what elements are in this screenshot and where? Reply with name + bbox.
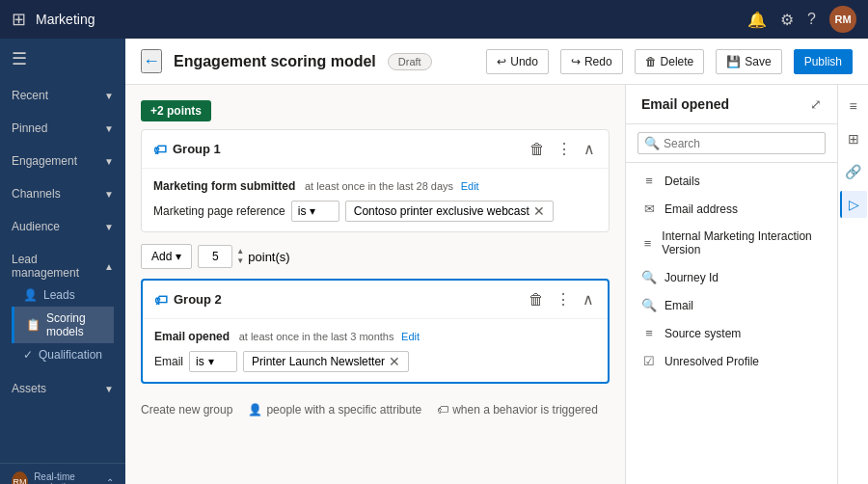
leads-label: Leads bbox=[43, 288, 75, 302]
sidebar-header-recent[interactable]: Recent ▼ bbox=[12, 85, 114, 106]
gear-icon[interactable]: ⚙ bbox=[780, 11, 794, 29]
group1-actions: 🗑 ⋮ ∧ bbox=[528, 138, 597, 160]
attribute-icon: 👤 bbox=[248, 403, 262, 417]
group2-more-btn[interactable]: ⋮ bbox=[554, 288, 573, 310]
delete-button[interactable]: 🗑 Delete bbox=[635, 49, 705, 74]
sidebar-item-leads[interactable]: 👤 Leads bbox=[12, 283, 114, 307]
points-stepper: ▲ ▼ bbox=[236, 247, 244, 265]
group2-condition-edit[interactable]: Edit bbox=[401, 331, 420, 342]
sidebar-assets-label: Assets bbox=[12, 382, 46, 395]
sidebar-header-pinned[interactable]: Pinned ▼ bbox=[12, 118, 114, 139]
create-option-attribute[interactable]: 👤 people with a specific attribute bbox=[248, 403, 421, 417]
chevron-pinned: ▼ bbox=[104, 123, 114, 134]
redo-icon: ↪ bbox=[571, 55, 581, 68]
panel-item-journey[interactable]: 🔍 Journey Id bbox=[626, 263, 837, 291]
group1-tag: Contoso printer exclusive webcast ✕ bbox=[345, 201, 554, 222]
points-down[interactable]: ▼ bbox=[236, 256, 244, 266]
back-button[interactable]: ← bbox=[141, 49, 162, 73]
group1-operator[interactable]: is ▾ bbox=[291, 201, 339, 222]
grid-icon[interactable]: ⊞ bbox=[12, 9, 26, 30]
panel-item-email[interactable]: 🔍 Email bbox=[626, 291, 837, 319]
group2-condition-meta: at least once in the last 3 months bbox=[239, 331, 394, 342]
sidebar-item-scoring[interactable]: 📋 Scoring models bbox=[12, 307, 114, 343]
chevron-recent: ▼ bbox=[104, 91, 114, 101]
icon-strip: ≡ ⊞ 🔗 ▷ bbox=[837, 85, 868, 484]
group2-operator[interactable]: is ▾ bbox=[189, 351, 237, 372]
group2-delete-btn[interactable]: 🗑 bbox=[527, 289, 546, 310]
help-icon[interactable]: ? bbox=[807, 11, 816, 28]
group2-collapse-btn[interactable]: ∧ bbox=[581, 288, 596, 310]
scoring-icon: 📋 bbox=[26, 318, 41, 332]
search-box: 🔍 bbox=[626, 124, 837, 163]
expand-icon[interactable]: ⤢ bbox=[810, 96, 822, 112]
panel-item-internal[interactable]: ≡ Internal Marketing Interaction Version bbox=[626, 223, 837, 263]
main-layout: ☰ Recent ▼ Pinned ▼ Engagement ▼ Channel… bbox=[0, 39, 868, 484]
sidebar-header-engagement[interactable]: Engagement ▼ bbox=[12, 150, 114, 172]
sidebar-section-audience: Audience ▼ bbox=[0, 210, 125, 243]
email-address-icon: ✉ bbox=[641, 202, 657, 216]
strip-list-btn[interactable]: ≡ bbox=[840, 93, 867, 120]
add-group-row: Add ▾ ▲ ▼ point(s) bbox=[141, 244, 610, 269]
group1-condition-edit[interactable]: Edit bbox=[461, 180, 479, 192]
group1-condition-meta: at least once in the last 28 days bbox=[305, 180, 453, 192]
search-icon: 🔍 bbox=[644, 136, 660, 150]
strip-panel-btn[interactable]: ▷ bbox=[840, 191, 867, 218]
strip-grid-btn[interactable]: ⊞ bbox=[840, 125, 867, 152]
panel-item-email-address[interactable]: ✉ Email address bbox=[626, 195, 837, 223]
content-area: ← Engagement scoring model Draft ↩ Undo … bbox=[125, 39, 868, 484]
chevron-assets: ▼ bbox=[104, 384, 114, 394]
panel-item-details[interactable]: ≡ Details bbox=[626, 167, 837, 195]
top-nav-icons: 🔔 ⚙ ? RM bbox=[747, 6, 856, 33]
add-button[interactable]: Add ▾ bbox=[141, 244, 192, 269]
strip-link-btn[interactable]: 🔗 bbox=[840, 158, 867, 185]
avatar[interactable]: RM bbox=[829, 6, 856, 33]
scoring-label: Scoring models bbox=[46, 311, 102, 338]
sidebar-section-engagement: Engagement ▼ bbox=[0, 145, 125, 177]
sidebar-item-qualification[interactable]: ✓ Qualification bbox=[12, 343, 114, 366]
add-chevron: ▾ bbox=[176, 250, 181, 263]
status-badge: Draft bbox=[388, 53, 432, 70]
sidebar-lead-label: Lead management bbox=[12, 253, 104, 280]
org-chevron: ⌃ bbox=[106, 477, 114, 485]
group2-tag-close[interactable]: ✕ bbox=[389, 355, 400, 368]
search-input[interactable] bbox=[664, 137, 819, 150]
group1-body: Marketing form submitted at least once i… bbox=[142, 169, 609, 231]
sidebar-section-recent: Recent ▼ bbox=[0, 79, 125, 112]
panel-item-unresolved[interactable]: ☑ Unresolved Profile bbox=[626, 347, 837, 375]
internal-icon: ≡ bbox=[641, 236, 654, 251]
group1-condition: Marketing form submitted at least once i… bbox=[153, 178, 597, 193]
right-panel-list: ≡ Details ✉ Email address ≡ Internal Mar… bbox=[626, 163, 837, 484]
group1-collapse-btn[interactable]: ∧ bbox=[582, 138, 597, 160]
sidebar-hamburger[interactable]: ☰ bbox=[0, 39, 125, 79]
right-panel-title: Email opened bbox=[641, 96, 729, 112]
group2-icon: 🏷 bbox=[154, 292, 168, 308]
sidebar-pinned-label: Pinned bbox=[12, 121, 47, 135]
sidebar-section-channels: Channels ▼ bbox=[0, 177, 125, 210]
group1-condition-row: Marketing page reference is ▾ Contoso pr… bbox=[153, 201, 597, 222]
group2-body: Email opened at least once in the last 3… bbox=[143, 319, 608, 382]
sidebar-header-channels[interactable]: Channels ▼ bbox=[12, 183, 114, 204]
sidebar-header-lead[interactable]: Lead management ▲ bbox=[12, 249, 114, 283]
undo-icon: ↩ bbox=[497, 55, 506, 68]
undo-button[interactable]: ↩ Undo bbox=[486, 49, 549, 74]
group1-header: 🏷 Group 1 🗑 ⋮ ∧ bbox=[142, 130, 609, 169]
redo-button[interactable]: ↪ Redo bbox=[560, 49, 623, 74]
group2-actions: 🗑 ⋮ ∧ bbox=[527, 288, 596, 310]
sidebar-bottom-org[interactable]: RM Real-time marketi… ⌃ bbox=[0, 463, 125, 484]
group1-delete-btn[interactable]: 🗑 bbox=[528, 139, 547, 160]
sidebar-channels-label: Channels bbox=[12, 187, 61, 201]
panel-item-source[interactable]: ≡ Source system bbox=[626, 319, 837, 347]
group2-condition-label: Email opened bbox=[154, 330, 230, 343]
save-button[interactable]: 💾 Save bbox=[716, 49, 781, 74]
group1-more-btn[interactable]: ⋮ bbox=[555, 138, 574, 160]
bell-icon[interactable]: 🔔 bbox=[747, 11, 767, 29]
operator2-chevron: ▾ bbox=[208, 355, 214, 368]
sidebar-header-audience[interactable]: Audience ▼ bbox=[12, 216, 114, 237]
publish-button[interactable]: Publish bbox=[794, 49, 853, 74]
points-input[interactable] bbox=[198, 245, 232, 268]
points-up[interactable]: ▲ bbox=[236, 247, 244, 256]
group2-title: 🏷 Group 2 bbox=[154, 292, 222, 308]
create-option-behavior[interactable]: 🏷 when a behavior is triggered bbox=[437, 403, 598, 417]
group1-tag-close[interactable]: ✕ bbox=[533, 204, 545, 218]
sidebar-header-assets[interactable]: Assets ▼ bbox=[12, 378, 114, 399]
